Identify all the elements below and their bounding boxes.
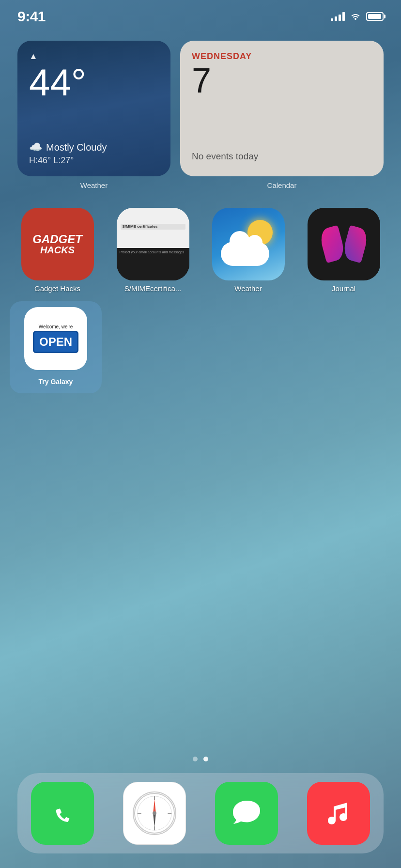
signal-icon xyxy=(331,12,345,21)
wifi-icon xyxy=(350,11,361,22)
cloud-icon: ☁️ xyxy=(29,141,42,154)
calendar-widget-label: Calendar xyxy=(180,181,384,189)
app-item-weather[interactable]: Weather xyxy=(200,204,296,296)
try-galaxy-open: OPEN xyxy=(33,331,78,353)
weather-temperature: 44° xyxy=(29,63,159,101)
page-dot-2 xyxy=(203,757,208,761)
calendar-day-name: WEDNESDAY xyxy=(192,51,372,62)
gadget-hacks-line1: GADGET xyxy=(32,233,82,245)
try-galaxy-welcome: Welcome, we're xyxy=(33,324,78,329)
weather-widget[interactable]: ▲ 44° ☁️ Mostly Cloudy H:46° L:27° xyxy=(17,41,170,176)
smime-icon: S/MIME certificates Protect your email a… xyxy=(117,208,189,280)
journal-icon xyxy=(308,208,380,280)
widgets-area: ▲ 44° ☁️ Mostly Cloudy H:46° L:27° WEDNE… xyxy=(0,26,401,176)
dock-music-icon[interactable] xyxy=(307,782,370,845)
app-item-gadget-hacks[interactable]: GADGET HACKS Gadget Hacks xyxy=(10,204,105,296)
dock-safari-icon[interactable] xyxy=(123,782,186,845)
svg-point-8 xyxy=(153,811,156,815)
weather-widget-label: Weather xyxy=(17,181,170,189)
try-galaxy-app-label: Try Galaxy xyxy=(39,378,73,386)
battery-icon xyxy=(366,12,384,21)
app-item-journal[interactable]: Journal xyxy=(296,204,391,296)
app-item-try-galaxy[interactable]: Welcome, we're OPEN Try Galaxy xyxy=(10,301,102,393)
smime-label: S/MIMEcertifica... xyxy=(124,284,182,293)
app-item-smime[interactable]: S/MIME certificates Protect your email a… xyxy=(105,204,200,296)
calendar-no-events: No events today xyxy=(192,151,372,166)
weather-condition: Mostly Cloudy xyxy=(46,142,107,153)
dock xyxy=(17,773,384,853)
weather-hi-lo: H:46° L:27° xyxy=(29,155,159,166)
app-grid: GADGET HACKS Gadget Hacks S/MIME certifi… xyxy=(0,189,401,296)
journal-label: Journal xyxy=(332,284,355,293)
gadget-hacks-line2: HACKS xyxy=(32,245,82,255)
status-bar: 9:41 xyxy=(0,0,401,26)
page-dot-1 xyxy=(193,757,198,761)
dock-phone-icon[interactable] xyxy=(31,782,94,845)
journal-butterfly-icon xyxy=(322,222,366,266)
cloud-icon xyxy=(221,242,269,266)
dock-messages-icon[interactable] xyxy=(215,782,278,845)
gadget-hacks-label: Gadget Hacks xyxy=(34,284,80,293)
weather-app-icon xyxy=(212,208,285,280)
weather-condition-row: ☁️ Mostly Cloudy xyxy=(29,141,159,154)
gadget-hacks-icon: GADGET HACKS xyxy=(21,208,94,280)
status-icons xyxy=(331,11,384,22)
widget-labels: Weather Calendar xyxy=(0,176,401,189)
smime-body-text: Protect your email accounts and messages xyxy=(120,250,186,254)
status-time: 9:41 xyxy=(17,8,46,25)
calendar-widget[interactable]: WEDNESDAY 7 No events today xyxy=(180,41,384,176)
smime-header-text: S/MIME certificates xyxy=(123,224,158,229)
weather-app-label: Weather xyxy=(234,284,262,293)
try-galaxy-icon: Welcome, we're OPEN xyxy=(24,307,87,370)
calendar-date-number: 7 xyxy=(192,62,372,100)
weather-location-arrow: ▲ xyxy=(29,51,159,62)
page-dots xyxy=(0,757,401,761)
